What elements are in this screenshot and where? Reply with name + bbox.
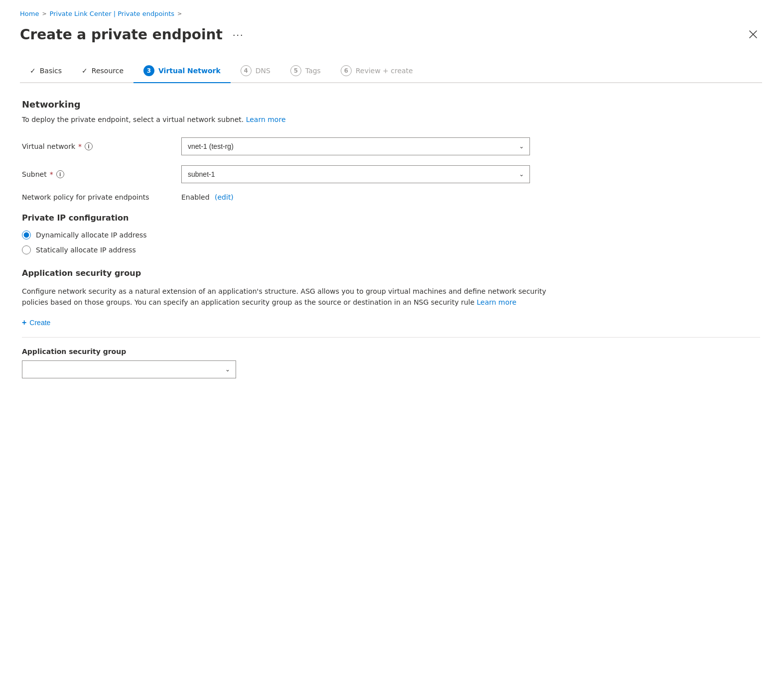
virtual-network-info-icon[interactable]: i: [85, 142, 93, 150]
asg-create-button[interactable]: + Create: [22, 318, 50, 327]
asg-select[interactable]: [22, 360, 236, 378]
tabs-container: ✓ Basics ✓ Resource 3 Virtual Network 4 …: [20, 59, 762, 83]
private-ip-section-title: Private IP configuration: [22, 213, 760, 223]
asg-separator: [22, 337, 760, 338]
dynamic-ip-label: Dynamically allocate IP address: [36, 231, 147, 239]
static-ip-label: Statically allocate IP address: [36, 246, 136, 254]
tab-tags-label: Tags: [305, 67, 321, 75]
breadcrumb-separator-1: >: [42, 10, 46, 17]
networking-section-description: To deploy the private endpoint, select a…: [22, 116, 760, 123]
tab-circle-5: 5: [290, 65, 301, 76]
asg-section: Application security group Configure net…: [22, 268, 760, 378]
subnet-info-icon[interactable]: i: [56, 170, 64, 178]
check-icon-resource: ✓: [82, 67, 88, 75]
tab-circle-4: 4: [241, 65, 252, 76]
tab-circle-3: 3: [143, 65, 154, 76]
tab-basics-label: Basics: [40, 67, 62, 75]
asg-create-label: Create: [29, 319, 50, 327]
networking-section-title: Networking: [22, 99, 760, 110]
more-options-button[interactable]: ···: [229, 27, 248, 42]
private-ip-section: Private IP configuration Dynamically all…: [22, 213, 760, 254]
network-policy-row: Network policy for private endpoints Ena…: [22, 193, 760, 201]
asg-section-title: Application security group: [22, 268, 760, 278]
tab-virtual-network-label: Virtual Network: [158, 67, 221, 75]
virtual-network-control: vnet-1 (test-rg) ⌄: [181, 137, 530, 155]
virtual-network-select[interactable]: vnet-1 (test-rg): [181, 137, 530, 155]
dynamic-ip-option[interactable]: Dynamically allocate IP address: [22, 231, 760, 239]
breadcrumb-home[interactable]: Home: [20, 10, 39, 17]
tab-dns-label: DNS: [256, 67, 270, 75]
asg-sub-label: Application security group: [22, 348, 760, 355]
tab-basics[interactable]: ✓ Basics: [20, 61, 72, 82]
close-button[interactable]: [744, 25, 762, 43]
network-policy-label: Network policy for private endpoints: [22, 193, 181, 201]
networking-section: Networking To deploy the private endpoin…: [22, 99, 760, 201]
tab-circle-6: 6: [341, 65, 352, 76]
subnet-control: subnet-1 ⌄: [181, 165, 530, 183]
static-ip-option[interactable]: Statically allocate IP address: [22, 245, 760, 254]
network-policy-edit-link[interactable]: (edit): [215, 193, 234, 201]
subnet-row: Subnet * i subnet-1 ⌄: [22, 165, 760, 183]
tab-review-create-label: Review + create: [356, 67, 413, 75]
ip-config-radio-group: Dynamically allocate IP address Statical…: [22, 231, 760, 254]
plus-icon: +: [22, 318, 26, 327]
breadcrumb-separator-2: >: [177, 10, 182, 17]
subnet-select-wrapper: subnet-1 ⌄: [181, 165, 530, 183]
subnet-label: Subnet * i: [22, 170, 181, 178]
asg-learn-more-link[interactable]: Learn more: [477, 298, 517, 306]
virtual-network-label: Virtual network * i: [22, 142, 181, 150]
tab-resource-label: Resource: [92, 67, 124, 75]
close-icon: [749, 30, 757, 38]
tab-tags[interactable]: 5 Tags: [280, 59, 331, 83]
page-title: Create a private endpoint: [20, 26, 223, 43]
networking-learn-more-link[interactable]: Learn more: [246, 116, 286, 123]
breadcrumb: Home > Private Link Center | Private end…: [20, 10, 762, 17]
check-icon-basics: ✓: [30, 67, 36, 75]
content-area: Networking To deploy the private endpoin…: [20, 99, 762, 378]
virtual-network-required: *: [78, 142, 82, 150]
page-title-area: Create a private endpoint ···: [20, 26, 248, 43]
asg-select-wrapper: ⌄: [22, 360, 236, 378]
page-header: Create a private endpoint ···: [20, 25, 762, 43]
tab-dns[interactable]: 4 DNS: [231, 59, 280, 83]
subnet-required: *: [50, 170, 53, 178]
virtual-network-select-wrapper: vnet-1 (test-rg) ⌄: [181, 137, 530, 155]
tab-virtual-network[interactable]: 3 Virtual Network: [133, 59, 231, 83]
breadcrumb-private-link[interactable]: Private Link Center | Private endpoints: [50, 10, 174, 17]
static-ip-radio[interactable]: [22, 245, 31, 254]
network-policy-value: Enabled (edit): [181, 193, 234, 201]
tab-resource[interactable]: ✓ Resource: [72, 61, 133, 82]
virtual-network-row: Virtual network * i vnet-1 (test-rg) ⌄: [22, 137, 760, 155]
dynamic-ip-radio[interactable]: [22, 231, 31, 239]
tab-review-create[interactable]: 6 Review + create: [331, 59, 423, 83]
subnet-select[interactable]: subnet-1: [181, 165, 530, 183]
asg-description: Configure network security as a natural …: [22, 286, 570, 308]
